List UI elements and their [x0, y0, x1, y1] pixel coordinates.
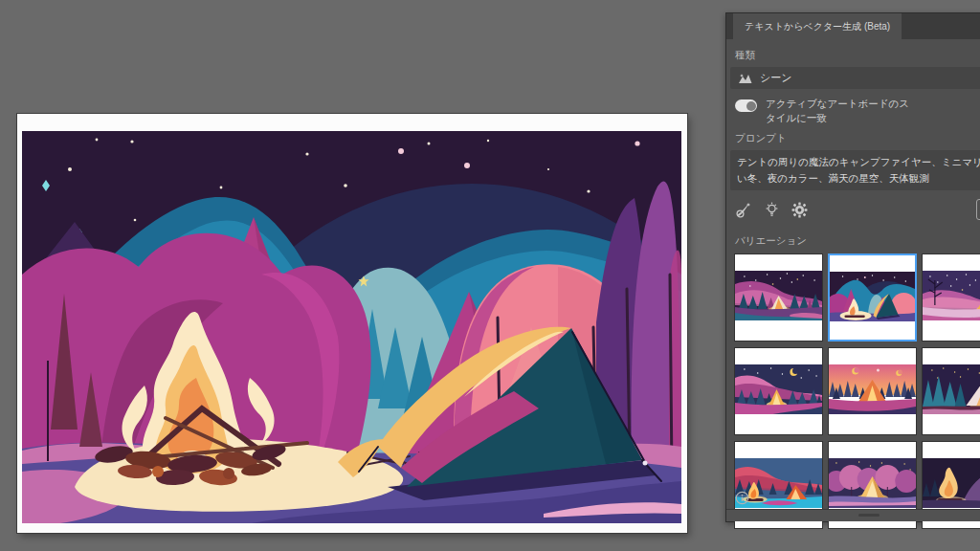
panel-resize-bar[interactable]	[726, 509, 980, 521]
generative-brush-icon[interactable]	[735, 202, 752, 218]
variation-5-art	[829, 364, 916, 414]
variation-1-art	[735, 271, 822, 320]
gear-icon[interactable]	[791, 202, 808, 218]
prompt-text-line1: テントの周りの魔法のキャンプファイヤー、ミニマリズム、	[737, 154, 980, 169]
match-artboard-toggle[interactable]	[735, 99, 757, 112]
prompt-text-line2: い冬、夜のカラー、満天の星空、天体観測	[737, 170, 980, 186]
text-to-vector-panel: テキストからベクター生成 (Beta) 種類 シーン アクティブなアートボードの…	[725, 12, 980, 522]
variation-4-art	[735, 364, 822, 414]
match-artboard-row: アクティブなアートボードのス タイルに一致	[735, 97, 980, 124]
info-button[interactable]	[735, 491, 749, 505]
variation-thumbnail-3[interactable]	[922, 253, 980, 342]
prompt-label: プロンプト	[735, 132, 980, 145]
variation-2-art	[830, 272, 915, 321]
illustrator-workspace: { "window": { "canvas_background": "#6A6…	[0, 0, 980, 551]
variation-thumbnail-1[interactable]	[734, 253, 823, 342]
type-select-value: シーン	[760, 71, 792, 85]
variation-thumbnail-2[interactable]	[828, 253, 917, 342]
type-label: 種類	[735, 49, 980, 62]
artboard[interactable]	[17, 114, 687, 533]
toggle-knob	[746, 101, 756, 111]
info-icon	[735, 491, 749, 505]
panel-tabbar: テキストからベクター生成 (Beta)	[726, 13, 980, 39]
variations-grid	[734, 253, 980, 529]
action-row: 生成	[734, 198, 980, 227]
type-select[interactable]: シーン	[730, 67, 980, 89]
match-artboard-label: アクティブなアートボードのス タイルに一致	[766, 97, 928, 124]
variation-9-art	[923, 458, 980, 508]
variations-label: バリエーション	[735, 234, 980, 248]
generate-button[interactable]: 生成	[976, 199, 980, 220]
variation-3-art	[923, 271, 980, 320]
prompt-input[interactable]: テントの周りの魔法のキャンプファイヤー、ミニマリズム、 い冬、夜のカラー、満天の…	[730, 150, 980, 190]
variation-6-art	[923, 364, 980, 414]
variation-thumbnail-5[interactable]	[828, 347, 917, 435]
tab-text-to-vector[interactable]: テキストからベクター生成 (Beta)	[733, 13, 902, 39]
panel-body: 種類 シーン アクティブなアートボードのス タイルに一致 プロンプト テントの周…	[726, 39, 980, 529]
camp-scene-illustration	[22, 131, 681, 523]
resize-grip	[858, 514, 880, 517]
scene-icon	[738, 72, 752, 84]
variation-thumbnail-6[interactable]	[922, 347, 980, 435]
lightbulb-icon[interactable]	[764, 202, 780, 218]
variation-thumbnail-4[interactable]	[734, 347, 823, 435]
variation-8-art	[829, 458, 916, 508]
generated-vector-artwork[interactable]	[22, 131, 681, 523]
